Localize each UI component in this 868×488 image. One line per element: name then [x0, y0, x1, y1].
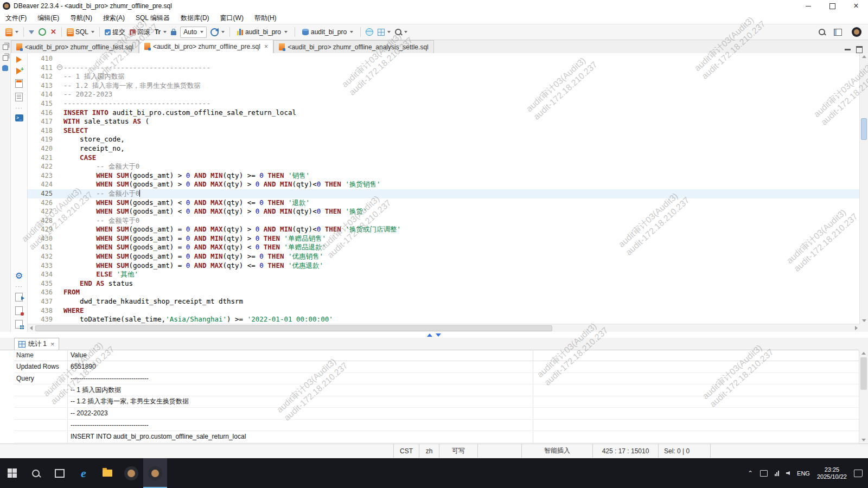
menu-file[interactable]: 文件(F): [5, 14, 27, 23]
notification-center-icon[interactable]: [854, 470, 863, 477]
code-line-431[interactable]: 431 WHEN SUM(goods_amt) = 0 AND MAX(qty)…: [28, 243, 860, 252]
taskbar-clock[interactable]: 23:25 2025/10/22: [817, 466, 847, 480]
code-line-414[interactable]: 414-- 2022-2023: [28, 90, 860, 99]
query-history-button[interactable]: [208, 27, 227, 37]
vertical-scrollbar[interactable]: [859, 53, 868, 324]
menu-edit[interactable]: 编辑(E): [37, 14, 59, 23]
code-line-436[interactable]: 436FROM: [28, 288, 860, 297]
network-button[interactable]: [363, 27, 375, 37]
commit-mode-select[interactable]: Auto: [180, 27, 207, 38]
new-sql-editor-button[interactable]: [3, 27, 21, 37]
result-row[interactable]: Query-----------------------------------…: [14, 373, 859, 385]
tab-zhumr-offline-test[interactable]: <audit_bi_pro> zhumr_offline_test.sql: [11, 40, 139, 53]
menu-window[interactable]: 窗口(W): [220, 14, 244, 23]
taskbar-search-button[interactable]: [24, 458, 48, 488]
code-line-425[interactable]: 425 -- 金额小于0: [28, 189, 860, 198]
console-icon[interactable]: >_: [15, 114, 23, 121]
tab-close-icon[interactable]: ×: [50, 340, 55, 348]
restore-panel-button[interactable]: [0, 41, 11, 53]
result-row[interactable]: -- 2022-2023: [14, 408, 859, 420]
rollback-button[interactable]: 回滚: [127, 27, 152, 38]
result-row[interactable]: INSERT INTO audit_bi_pro.custom_offline_…: [14, 431, 859, 443]
open-result-grid-icon[interactable]: [15, 320, 23, 329]
tab-zhumr-offline-analysis-settle[interactable]: <audit_bi_pro> zhumr_offline_analysis_se…: [273, 40, 433, 53]
restore-view-icon[interactable]: [3, 55, 8, 61]
code-line-437[interactable]: 437 dwd_trade_hkaudit_shop_receipt_mt dt…: [28, 297, 860, 306]
code-line-435[interactable]: 435 END AS status: [28, 279, 860, 288]
transaction-log-button[interactable]: Tr: [152, 27, 169, 37]
network-icon[interactable]: [775, 471, 779, 476]
result-row[interactable]: ------------------------------------: [14, 420, 859, 432]
refresh-button[interactable]: [36, 27, 48, 37]
code-line-422[interactable]: 422 -- 金额大于0: [28, 162, 860, 171]
result-row[interactable]: Updated Rows6551890: [14, 361, 859, 373]
menu-navigate[interactable]: 导航(N): [70, 14, 92, 23]
code-line-427[interactable]: 427 WHEN SUM(goods_amt) < 0 AND MAX(qty)…: [28, 207, 860, 216]
scroll-down-icon[interactable]: [862, 319, 866, 322]
results-scroll-thumb[interactable]: [860, 357, 867, 390]
tab-zhumr-offline-pre[interactable]: <audit_bi_pro> zhumr_offline_pre.sql ×: [139, 40, 274, 53]
column-header-value[interactable]: Value: [68, 350, 533, 361]
speaker-icon[interactable]: [786, 471, 790, 475]
schema-select[interactable]: audit_bi_pro: [299, 27, 356, 37]
execute-new-tab-icon[interactable]: [16, 68, 22, 74]
maximize-button[interactable]: [820, 0, 844, 12]
code-line-412[interactable]: 412-- 1 插入国内数据: [28, 72, 860, 81]
dbeaver-taskbar-button[interactable]: [119, 458, 143, 488]
fetch-next-button[interactable]: [27, 29, 36, 35]
menu-sql-editor[interactable]: SQL 编辑器: [136, 14, 170, 23]
perspective-button[interactable]: [832, 28, 844, 37]
start-button[interactable]: [0, 458, 24, 488]
more-actions-icon[interactable]: ···: [15, 285, 23, 288]
connection-select[interactable]: audit_bi_pro: [234, 27, 290, 37]
tab-close-icon[interactable]: ×: [264, 42, 269, 50]
code-line-424[interactable]: 424 WHEN SUM(goods_amt) > 0 AND MAX(qty)…: [28, 180, 860, 189]
input-language[interactable]: ENG: [797, 470, 810, 477]
code-line-434[interactable]: 434 ELSE '其他': [28, 270, 860, 279]
more-actions-icon[interactable]: ···: [15, 106, 23, 110]
explain-plan-icon[interactable]: [15, 93, 23, 101]
execute-statement-icon[interactable]: [16, 56, 22, 63]
dbeaver-community-icon[interactable]: [852, 27, 861, 37]
panel-splitter[interactable]: [0, 332, 868, 338]
scroll-right-icon[interactable]: [855, 326, 858, 330]
horizontal-scroll-thumb[interactable]: [35, 325, 552, 331]
code-line-410[interactable]: 410: [28, 54, 860, 63]
code-line-432[interactable]: 432 WHEN SUM(goods_amt) = 0 AND MIN(qty)…: [28, 252, 860, 261]
code-line-438[interactable]: 438WHERE: [28, 306, 860, 316]
collapse-down-icon[interactable]: [436, 333, 441, 337]
maximize-editor-icon[interactable]: [856, 46, 863, 53]
result-row[interactable]: -- 1.2 插入非海一家, 非男生女生换货数据: [14, 396, 859, 408]
code-line-416[interactable]: 416INSERT INTO audit_bi_pro.custom_offli…: [28, 108, 860, 118]
export-script-icon[interactable]: [15, 293, 23, 301]
scroll-up-icon[interactable]: [862, 55, 866, 58]
sql-menu-button[interactable]: SQL: [65, 27, 97, 37]
internet-explorer-button[interactable]: e: [72, 458, 95, 488]
scroll-left-icon[interactable]: [30, 326, 33, 330]
fold-marker-icon[interactable]: [55, 63, 63, 73]
code-line-411[interactable]: 411------------------------------------: [28, 63, 860, 73]
file-explorer-button[interactable]: [95, 458, 119, 488]
results-scrollbar[interactable]: [859, 350, 868, 444]
code-line-413[interactable]: 413-- 1.2 插入非海一家，非男生女生换货数据: [28, 81, 860, 91]
code-line-426[interactable]: 426 WHEN SUM(goods_amt) < 0 AND MAX(qty)…: [28, 198, 860, 208]
locked-file-icon[interactable]: [15, 306, 23, 315]
database-navigator-icon[interactable]: [2, 65, 8, 71]
execute-script-icon[interactable]: [15, 79, 23, 88]
task-view-button[interactable]: [48, 458, 72, 488]
tray-expand-icon[interactable]: ⌃: [748, 470, 753, 477]
tab-statistics[interactable]: 统计 1 ×: [14, 338, 59, 350]
result-row[interactable]: -- 1 插入国内数据: [14, 384, 859, 396]
code-line-423[interactable]: 423 WHEN SUM(goods_amt) > 0 AND MIN(qty)…: [28, 171, 860, 181]
grid-options-button[interactable]: [375, 28, 393, 37]
code-line-433[interactable]: 433 WHEN SUM(goods_amt) = 0 AND MAX(qty)…: [28, 261, 860, 271]
column-header-name[interactable]: Name: [14, 350, 68, 361]
minimize-editor-icon[interactable]: [845, 49, 851, 50]
code-line-415[interactable]: 415------------------------------------: [28, 99, 860, 108]
commit-button[interactable]: 提交: [103, 27, 127, 38]
menu-database[interactable]: 数据库(D): [181, 14, 209, 23]
horizontal-scrollbar[interactable]: [28, 324, 860, 332]
menu-help[interactable]: 帮助(H): [254, 14, 277, 23]
lock-connection-button[interactable]: [169, 28, 178, 36]
code-area[interactable]: 410411----------------------------------…: [28, 54, 860, 324]
